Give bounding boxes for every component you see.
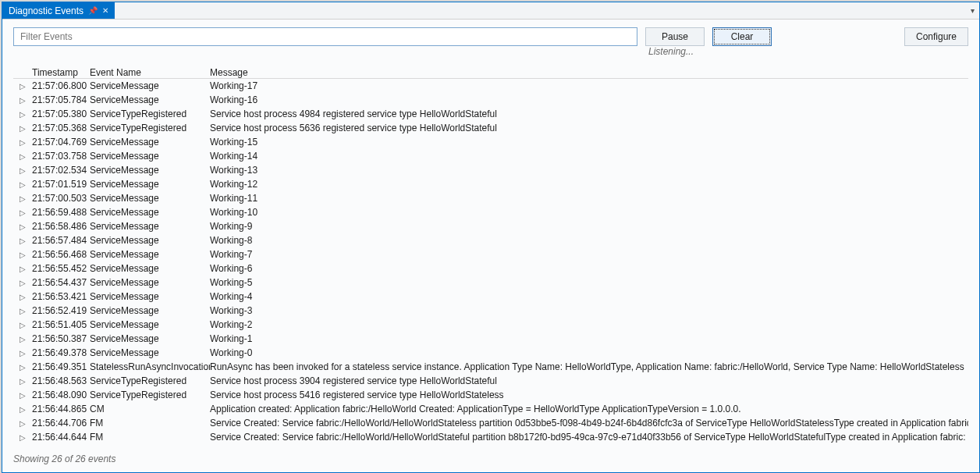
cell-message: Working-6	[210, 263, 968, 274]
cell-event-name: ServiceMessage	[90, 305, 210, 316]
table-row[interactable]: ▷21:57:01.519ServiceMessageWorking-12	[13, 177, 968, 191]
expand-icon[interactable]: ▷	[20, 138, 32, 147]
cell-message: Service Created: Service fabric:/HelloWo…	[210, 418, 968, 429]
col-header-message[interactable]: Message	[210, 67, 968, 78]
tab-diagnostic-events[interactable]: Diagnostic Events 📌 ✕	[2, 2, 115, 19]
cell-event-name: ServiceMessage	[90, 94, 210, 105]
cell-event-name: ServiceMessage	[90, 263, 210, 274]
expand-icon[interactable]: ▷	[20, 349, 32, 357]
expand-icon[interactable]: ▷	[20, 419, 32, 428]
expand-icon[interactable]: ▷	[20, 82, 32, 91]
table-row[interactable]: ▷21:56:56.468ServiceMessageWorking-7	[13, 247, 968, 261]
expand-icon[interactable]: ▷	[20, 222, 32, 231]
expand-icon[interactable]: ▷	[20, 377, 32, 386]
table-row[interactable]: ▷21:57:05.368ServiceTypeRegisteredServic…	[13, 121, 968, 135]
cell-message: Working-4	[210, 291, 968, 302]
table-row[interactable]: ▷21:56:53.421ServiceMessageWorking-4	[13, 290, 968, 304]
table-row[interactable]: ▷21:56:50.387ServiceMessageWorking-1	[13, 332, 968, 346]
expand-icon[interactable]: ▷	[20, 152, 32, 161]
cell-event-name: ServiceMessage	[90, 179, 210, 190]
close-icon[interactable]: ✕	[102, 6, 108, 15]
filter-input[interactable]	[13, 27, 637, 46]
table-row[interactable]: ▷21:56:57.484ServiceMessageWorking-8	[13, 233, 968, 247]
table-row[interactable]: ▷21:57:04.769ServiceMessageWorking-15	[13, 135, 968, 149]
table-row[interactable]: ▷21:56:51.405ServiceMessageWorking-2	[13, 318, 968, 332]
cell-timestamp: 21:56:49.378	[32, 347, 90, 358]
pin-icon[interactable]: 📌	[88, 6, 98, 15]
cell-message: Service host process 4984 registered ser…	[210, 108, 968, 119]
col-header-timestamp[interactable]: Timestamp	[32, 67, 90, 78]
tab-title: Diagnostic Events	[9, 5, 83, 16]
panel-menu-icon[interactable]: ▾	[971, 6, 975, 15]
cell-message: Working-1	[210, 333, 968, 344]
table-row[interactable]: ▷21:56:55.452ServiceMessageWorking-6	[13, 261, 968, 276]
cell-message: Service host process 3904 registered ser…	[210, 375, 968, 386]
cell-timestamp: 21:57:06.800	[32, 80, 90, 91]
cell-timestamp: 21:56:57.484	[32, 235, 90, 246]
expand-icon[interactable]: ▷	[20, 279, 32, 287]
table-row[interactable]: ▷21:57:00.503ServiceMessageWorking-11	[13, 191, 968, 205]
cell-event-name: ServiceMessage	[90, 277, 210, 288]
table-row[interactable]: ▷21:56:59.488ServiceMessageWorking-10	[13, 205, 968, 219]
cell-timestamp: 21:57:03.758	[32, 151, 90, 162]
expand-icon[interactable]: ▷	[20, 208, 32, 217]
cell-timestamp: 21:56:48.563	[32, 375, 90, 386]
table-row[interactable]: ▷21:56:52.419ServiceMessageWorking-3	[13, 304, 968, 318]
cell-message: Working-7	[210, 249, 968, 260]
cell-event-name: ServiceTypeRegistered	[90, 123, 210, 133]
expand-icon[interactable]: ▷	[20, 265, 32, 273]
expand-icon[interactable]: ▷	[20, 194, 32, 203]
cell-message: Working-15	[210, 137, 968, 148]
table-row[interactable]: ▷21:56:48.563ServiceTypeRegisteredServic…	[13, 374, 968, 388]
table-row[interactable]: ▷21:56:44.644FMService Created: Service …	[13, 430, 968, 444]
expand-icon[interactable]: ▷	[20, 433, 32, 442]
table-row[interactable]: ▷21:57:05.380ServiceTypeRegisteredServic…	[13, 107, 968, 121]
cell-event-name: StatelessRunAsyncInvocation	[90, 361, 210, 372]
expand-icon[interactable]: ▷	[20, 236, 32, 245]
expand-icon[interactable]: ▷	[20, 166, 32, 175]
cell-timestamp: 21:57:01.519	[32, 179, 90, 190]
expand-icon[interactable]: ▷	[20, 405, 32, 414]
expand-icon[interactable]: ▷	[20, 110, 32, 119]
cell-timestamp: 21:57:02.534	[32, 165, 90, 176]
table-row[interactable]: ▷21:57:02.534ServiceMessageWorking-13	[13, 163, 968, 177]
cell-timestamp: 21:56:54.437	[32, 277, 90, 288]
cell-message: Working-16	[210, 94, 968, 105]
events-grid: Timestamp Event Name Message ▷21:57:06.8…	[2, 62, 979, 449]
col-header-event-name[interactable]: Event Name	[90, 67, 210, 78]
cell-timestamp: 21:56:44.706	[32, 418, 90, 429]
configure-button[interactable]: Configure	[904, 27, 968, 46]
expand-icon[interactable]: ▷	[20, 251, 32, 259]
table-row[interactable]: ▷21:56:44.706FMService Created: Service …	[13, 416, 968, 430]
table-row[interactable]: ▷21:56:48.090ServiceTypeRegisteredServic…	[13, 388, 968, 402]
table-row[interactable]: ▷21:56:49.378ServiceMessageWorking-0	[13, 346, 968, 360]
cell-timestamp: 21:56:59.488	[32, 207, 90, 218]
cell-event-name: ServiceMessage	[90, 137, 210, 148]
pause-button[interactable]: Pause	[645, 27, 705, 46]
expand-icon[interactable]: ▷	[20, 307, 32, 315]
table-row[interactable]: ▷21:56:44.865CMApplication created: Appl…	[13, 402, 968, 416]
cell-timestamp: 21:57:05.380	[32, 108, 90, 119]
cell-event-name: FM	[90, 432, 210, 443]
expand-icon[interactable]: ▷	[20, 293, 32, 301]
cell-message: Working-5	[210, 277, 968, 288]
table-row[interactable]: ▷21:57:03.758ServiceMessageWorking-14	[13, 149, 968, 163]
cell-event-name: ServiceMessage	[90, 207, 210, 218]
table-row[interactable]: ▷21:56:58.486ServiceMessageWorking-9	[13, 219, 968, 233]
table-row[interactable]: ▷21:57:05.784ServiceMessageWorking-16	[13, 93, 968, 107]
expand-icon[interactable]: ▷	[20, 391, 32, 400]
expand-icon[interactable]: ▷	[20, 363, 32, 372]
table-row[interactable]: ▷21:56:54.437ServiceMessageWorking-5	[13, 276, 968, 290]
expand-icon[interactable]: ▷	[20, 124, 32, 133]
status-footer: Showing 26 of 26 events	[2, 449, 979, 472]
expand-icon[interactable]: ▷	[20, 335, 32, 343]
cell-message: Service host process 5416 registered ser…	[210, 389, 968, 400]
expand-icon[interactable]: ▷	[20, 180, 32, 189]
clear-button[interactable]: Clear	[712, 27, 772, 46]
table-row[interactable]: ▷21:57:06.800ServiceMessageWorking-17	[13, 79, 968, 93]
expand-icon[interactable]: ▷	[20, 321, 32, 329]
cell-timestamp: 21:56:56.468	[32, 249, 90, 260]
cell-message: Working-3	[210, 305, 968, 316]
expand-icon[interactable]: ▷	[20, 96, 32, 105]
table-row[interactable]: ▷21:56:49.351StatelessRunAsyncInvocation…	[13, 360, 968, 374]
